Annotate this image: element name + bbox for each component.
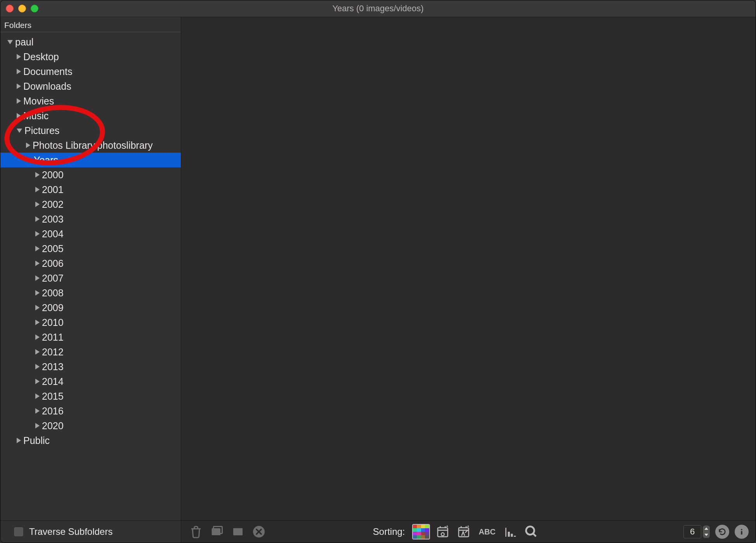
disclosure-right-icon[interactable] bbox=[35, 290, 40, 296]
tree-item[interactable]: Photos Library.photoslibrary bbox=[0, 138, 181, 153]
tree-item[interactable]: 2000 bbox=[0, 167, 181, 182]
disclosure-right-icon[interactable] bbox=[35, 231, 40, 237]
disclosure-right-icon[interactable] bbox=[35, 187, 40, 192]
tree-item-label: 2005 bbox=[42, 243, 64, 254]
tree-item-label: Years bbox=[34, 155, 58, 166]
tree-item-root[interactable]: paul bbox=[0, 35, 181, 49]
tree-item[interactable]: 2009 bbox=[0, 300, 181, 315]
tree-item[interactable]: Public bbox=[0, 433, 181, 448]
tree-item[interactable]: 2004 bbox=[0, 226, 181, 241]
thumbnail-columns-value[interactable]: 6 bbox=[683, 525, 701, 538]
minimize-window-button[interactable] bbox=[18, 5, 26, 12]
disclosure-down-icon[interactable] bbox=[17, 129, 22, 133]
tree-item[interactable]: 2010 bbox=[0, 315, 181, 330]
tree-item[interactable]: 2020 bbox=[0, 418, 181, 433]
tree-item-label: Music bbox=[23, 110, 49, 122]
disclosure-right-icon[interactable] bbox=[35, 275, 40, 281]
tree-item[interactable]: Music bbox=[0, 108, 181, 123]
svg-point-5 bbox=[441, 533, 444, 536]
zoom-window-button[interactable] bbox=[31, 5, 38, 12]
tree-item[interactable]: 2002 bbox=[0, 197, 181, 212]
tree-item-pictures[interactable]: Pictures bbox=[0, 123, 181, 138]
refresh-button[interactable] bbox=[715, 525, 729, 539]
tree-item[interactable]: 2012 bbox=[0, 345, 181, 359]
tree-item-label: 2010 bbox=[42, 317, 64, 328]
disclosure-right-icon[interactable] bbox=[17, 54, 21, 59]
tree-item[interactable]: 2015 bbox=[0, 389, 181, 404]
tree-item-label: 2004 bbox=[42, 228, 64, 240]
tree-item-label: 2002 bbox=[42, 199, 64, 210]
tree-item-label: 2008 bbox=[42, 287, 64, 299]
disclosure-right-icon[interactable] bbox=[35, 364, 40, 369]
disclosure-right-icon[interactable] bbox=[17, 113, 21, 118]
tree-item-label: 2015 bbox=[42, 391, 64, 402]
tree-item-label: 2014 bbox=[42, 376, 64, 387]
disclosure-right-icon[interactable] bbox=[35, 261, 40, 266]
tree-item[interactable]: Desktop bbox=[0, 49, 181, 64]
disclosure-right-icon[interactable] bbox=[35, 423, 40, 428]
tree-item[interactable]: Documents bbox=[0, 64, 181, 79]
clear-icon[interactable] bbox=[251, 524, 267, 540]
folders-sidebar: Folders paul Desktop Documents bbox=[0, 17, 181, 543]
disclosure-right-icon[interactable] bbox=[17, 69, 21, 74]
tree-item[interactable]: Movies bbox=[0, 94, 181, 108]
thumbnail-columns-stepper: 6 bbox=[683, 525, 710, 538]
window-title: Years (0 images/videos) bbox=[0, 3, 756, 14]
tree-item-label: Desktop bbox=[23, 51, 59, 63]
tree-item[interactable]: 2008 bbox=[0, 285, 181, 300]
sort-date-taken-button[interactable] bbox=[435, 524, 451, 540]
svg-rect-2 bbox=[233, 528, 243, 536]
window-single-icon[interactable] bbox=[230, 524, 246, 540]
traverse-subfolders-checkbox[interactable] bbox=[14, 527, 24, 537]
svg-rect-9 bbox=[511, 534, 513, 537]
tree-item-label: paul bbox=[15, 37, 33, 48]
disclosure-right-icon[interactable] bbox=[35, 216, 40, 222]
disclosure-right-icon[interactable] bbox=[35, 379, 40, 384]
svg-point-12 bbox=[741, 529, 742, 531]
tree-item[interactable]: 2006 bbox=[0, 256, 181, 271]
tree-item-label: 2007 bbox=[42, 273, 64, 284]
tree-item[interactable]: 2013 bbox=[0, 359, 181, 374]
tree-item[interactable]: 2005 bbox=[0, 241, 181, 256]
disclosure-right-icon[interactable] bbox=[35, 320, 40, 325]
disclosure-right-icon[interactable] bbox=[17, 84, 21, 89]
tree-item[interactable]: 2001 bbox=[0, 182, 181, 197]
tree-item[interactable]: 2003 bbox=[0, 212, 181, 226]
disclosure-right-icon[interactable] bbox=[35, 393, 40, 399]
disclosure-right-icon[interactable] bbox=[17, 438, 21, 443]
disclosure-right-icon[interactable] bbox=[35, 305, 40, 310]
tree-item-label: 2011 bbox=[42, 332, 64, 343]
disclosure-right-icon[interactable] bbox=[35, 202, 40, 207]
disclosure-right-icon[interactable] bbox=[35, 246, 40, 251]
thumbnail-columns-arrows[interactable] bbox=[703, 526, 710, 538]
folder-tree[interactable]: paul Desktop Documents Downloads Mo bbox=[0, 32, 181, 520]
tree-item[interactable]: Downloads bbox=[0, 79, 181, 94]
window-stack-icon[interactable] bbox=[209, 524, 225, 540]
tree-item[interactable]: 2016 bbox=[0, 404, 181, 418]
search-icon[interactable] bbox=[524, 524, 539, 540]
disclosure-right-icon[interactable] bbox=[26, 143, 30, 148]
disclosure-down-icon[interactable] bbox=[26, 158, 31, 162]
stepper-up-icon[interactable] bbox=[703, 526, 710, 532]
stepper-down-icon[interactable] bbox=[703, 532, 710, 538]
info-button[interactable] bbox=[735, 525, 749, 539]
tree-item[interactable]: 2014 bbox=[0, 374, 181, 389]
close-window-button[interactable] bbox=[6, 5, 14, 12]
tree-item[interactable]: 2011 bbox=[0, 330, 181, 345]
tree-item-years[interactable]: Years bbox=[0, 153, 181, 167]
disclosure-right-icon[interactable] bbox=[35, 408, 40, 414]
sort-histogram-button[interactable] bbox=[503, 524, 518, 540]
image-viewer[interactable] bbox=[181, 17, 756, 520]
disclosure-right-icon[interactable] bbox=[35, 349, 40, 355]
disclosure-down-icon[interactable] bbox=[7, 40, 13, 44]
tree-item-label: 2020 bbox=[42, 420, 64, 432]
svg-rect-10 bbox=[514, 536, 516, 537]
tree-item[interactable]: 2007 bbox=[0, 271, 181, 285]
disclosure-right-icon[interactable] bbox=[35, 172, 40, 178]
sort-by-color-button[interactable] bbox=[412, 524, 430, 540]
sort-date-modified-button[interactable] bbox=[456, 524, 472, 540]
sort-name-button[interactable]: ABC bbox=[477, 524, 497, 540]
trash-icon[interactable] bbox=[188, 524, 204, 540]
disclosure-right-icon[interactable] bbox=[17, 98, 21, 104]
disclosure-right-icon[interactable] bbox=[35, 334, 40, 340]
